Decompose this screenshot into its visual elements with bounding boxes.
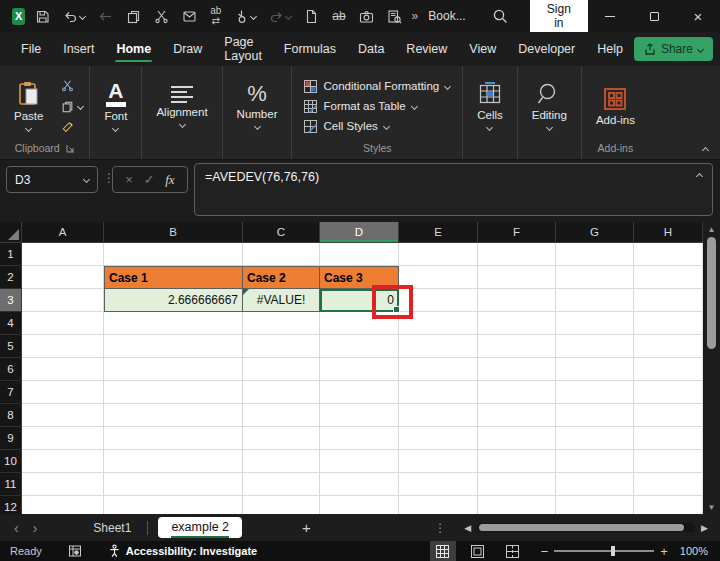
name-box[interactable]: D3 [6, 166, 98, 193]
prev-sheet-icon[interactable]: ‹ [14, 520, 19, 536]
row-header-9[interactable]: 9 [0, 427, 22, 450]
new-sheet-button[interactable]: + [302, 519, 311, 536]
save-icon[interactable] [35, 9, 50, 24]
cell-D7[interactable] [320, 381, 399, 404]
sheet-options-icon[interactable]: ⋮ [434, 521, 446, 535]
cell-F1[interactable] [478, 243, 556, 266]
cell-styles-button[interactable]: Cell Styles [304, 120, 388, 133]
collapse-formula-bar-icon[interactable] [696, 173, 703, 180]
share-button[interactable]: Share [634, 37, 713, 61]
font-button[interactable]: A Font [96, 81, 135, 131]
excel-logo[interactable]: X [12, 8, 25, 25]
column-header-C[interactable]: C [243, 222, 320, 243]
select-all-corner[interactable] [0, 222, 22, 243]
find-replace-icon[interactable]: ab ⇄ [210, 6, 221, 26]
cell-H2[interactable] [634, 266, 703, 289]
column-header-F[interactable]: F [478, 222, 556, 243]
vertical-scroll-thumb[interactable] [707, 237, 716, 349]
cell-E6[interactable] [399, 358, 478, 381]
cell-A3[interactable] [22, 289, 104, 312]
editing-button[interactable]: Editing [524, 82, 575, 130]
cell-G5[interactable] [556, 335, 634, 358]
vertical-scrollbar[interactable]: ▲ ▼ [703, 222, 720, 514]
cell-B5[interactable] [104, 335, 243, 358]
alignment-button[interactable]: Alignment [148, 86, 215, 127]
scroll-up-icon[interactable]: ▲ [703, 222, 720, 236]
cell-C1[interactable] [243, 243, 320, 266]
ribbon-tab-formulas[interactable]: Formulas [273, 33, 347, 65]
cut-icon[interactable] [154, 9, 169, 24]
cell-H11[interactable] [634, 473, 703, 496]
cell-F3[interactable] [478, 289, 556, 312]
cell-B10[interactable] [104, 450, 243, 473]
format-painter-button[interactable] [61, 121, 75, 134]
zoom-slider-thumb[interactable] [611, 546, 615, 556]
redo-icon[interactable] [269, 9, 291, 24]
conditional-formatting-button[interactable]: Conditional Formatting [304, 80, 450, 93]
camera-icon[interactable] [359, 9, 374, 24]
cell-E1[interactable] [399, 243, 478, 266]
cell-E9[interactable] [399, 427, 478, 450]
zoom-in-button[interactable]: + [654, 544, 674, 559]
cells-button[interactable]: Cells [469, 82, 511, 130]
cell-H12[interactable] [634, 496, 703, 514]
cell-C10[interactable] [243, 450, 320, 473]
cell-B11[interactable] [104, 473, 243, 496]
cell-B7[interactable] [104, 381, 243, 404]
cell-A2[interactable] [22, 266, 104, 289]
zoom-slider[interactable] [554, 550, 654, 552]
cell-A6[interactable] [22, 358, 104, 381]
cell-H7[interactable] [634, 381, 703, 404]
scroll-right-icon[interactable]: ▶ [697, 523, 712, 533]
cell-H9[interactable] [634, 427, 703, 450]
row-header-12[interactable]: 12 [0, 496, 22, 514]
column-header-B[interactable]: B [104, 222, 243, 243]
cell-C5[interactable] [243, 335, 320, 358]
enter-icon[interactable]: ✓ [144, 172, 155, 187]
cell-D6[interactable] [320, 358, 399, 381]
cell-C6[interactable] [243, 358, 320, 381]
cell-F9[interactable] [478, 427, 556, 450]
cell-B8[interactable] [104, 404, 243, 427]
cell-A4[interactable] [22, 312, 104, 335]
column-header-D[interactable]: D [320, 222, 399, 243]
cell-A9[interactable] [22, 427, 104, 450]
cell-E12[interactable] [399, 496, 478, 514]
cell-A12[interactable] [22, 496, 104, 514]
ribbon-tab-help[interactable]: Help [586, 33, 634, 65]
cell-G12[interactable] [556, 496, 634, 514]
cell-H4[interactable] [634, 312, 703, 335]
cell-A10[interactable] [22, 450, 104, 473]
cell-E10[interactable] [399, 450, 478, 473]
row-header-8[interactable]: 8 [0, 404, 22, 427]
cell-D11[interactable] [320, 473, 399, 496]
cell-F8[interactable] [478, 404, 556, 427]
cell-A11[interactable] [22, 473, 104, 496]
cell-D12[interactable] [320, 496, 399, 514]
search-icon[interactable] [492, 8, 508, 24]
back-icon[interactable] [98, 9, 113, 24]
cell-C8[interactable] [243, 404, 320, 427]
cell-G11[interactable] [556, 473, 634, 496]
cell-D5[interactable] [320, 335, 399, 358]
cell-H5[interactable] [634, 335, 703, 358]
copy-button[interactable] [61, 100, 83, 113]
row-header-10[interactable]: 10 [0, 450, 22, 473]
page-layout-view-icon[interactable] [465, 541, 491, 561]
zoom-out-button[interactable]: − [535, 544, 555, 559]
cell-C9[interactable] [243, 427, 320, 450]
cell-H6[interactable] [634, 358, 703, 381]
formula-input[interactable]: =AVEDEV(76,76,76) [194, 163, 713, 216]
cell-D1[interactable] [320, 243, 399, 266]
ribbon-tab-insert[interactable]: Insert [52, 33, 105, 65]
ribbon-tab-review[interactable]: Review [395, 33, 458, 65]
qat-overflow-button[interactable]: » [412, 9, 419, 23]
cell-E8[interactable] [399, 404, 478, 427]
cell-G3[interactable] [556, 289, 634, 312]
ribbon-tab-view[interactable]: View [458, 33, 507, 65]
row-header-4[interactable]: 4 [0, 312, 22, 335]
cell-G10[interactable] [556, 450, 634, 473]
ribbon-tab-data[interactable]: Data [347, 33, 395, 65]
cancel-icon[interactable]: × [125, 172, 133, 187]
cell-C4[interactable] [243, 312, 320, 335]
